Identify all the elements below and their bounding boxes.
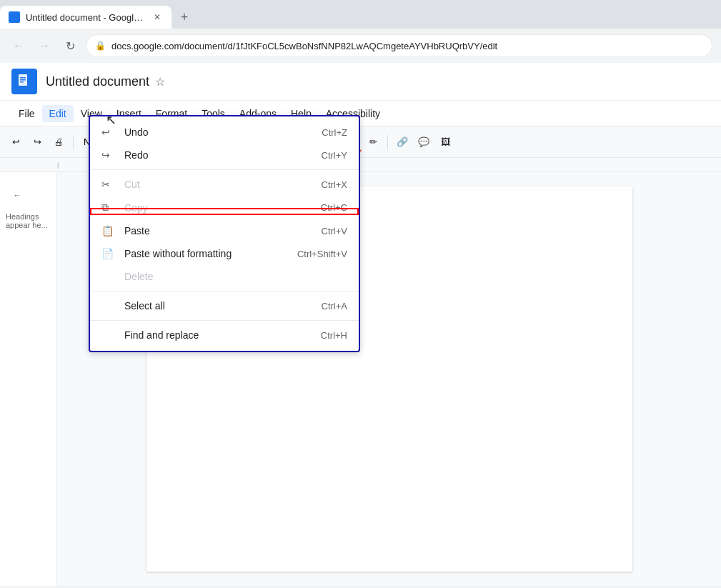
undo-menu-icon: ↩ [101, 126, 116, 138]
menu-edit[interactable]: Edit [42, 105, 74, 122]
menu-entry-paste[interactable]: 📋 Paste Ctrl+V [90, 219, 359, 242]
find-replace-label: Find and replace [124, 329, 304, 341]
url-text: docs.google.com/document/d/1fJtKFoCL5cwB… [111, 41, 703, 51]
back-button[interactable]: ← [9, 36, 29, 56]
cut-menu-icon: ✂ [101, 179, 116, 190]
menu-entry-undo[interactable]: ↩ Undo Ctrl+Z [90, 121, 359, 144]
comment-button[interactable]: 💬 [414, 132, 434, 152]
doc-title-area: Untitled document ☆ [46, 74, 710, 89]
paste-no-format-menu-icon: 📄 [101, 248, 116, 259]
image-button[interactable]: 🖼 [435, 132, 455, 152]
cut-label: Cut [124, 179, 304, 190]
svg-rect-3 [20, 81, 24, 83]
undo-shortcut: Ctrl+Z [322, 127, 347, 138]
browser-tab[interactable]: Untitled document - Google Doc ✕ [0, 6, 171, 29]
docs-app-icon [11, 69, 37, 94]
tab-title: Untitled document - Google Doc [26, 12, 146, 23]
toolbar-separator-1 [73, 135, 74, 149]
paste-menu-icon: 📋 [101, 225, 116, 236]
menu-entry-select-all[interactable]: Select all Ctrl+A [90, 294, 359, 317]
select-all-shortcut: Ctrl+A [322, 301, 347, 312]
toolbar-separator-5 [387, 135, 388, 149]
select-all-label: Select all [124, 300, 304, 312]
copy-shortcut: Ctrl+C [321, 202, 347, 213]
redo-shortcut: Ctrl+Y [322, 150, 347, 161]
copy-label: Copy [124, 202, 304, 214]
menu-divider-1 [90, 169, 359, 170]
undo-label: Undo [124, 126, 304, 138]
reload-button[interactable]: ↻ [60, 36, 80, 56]
tab-close-button[interactable]: ✕ [151, 11, 163, 23]
paste-label: Paste [124, 225, 304, 236]
sidebar-back-button[interactable]: ← [6, 184, 29, 206]
copy-menu-icon: ⧉ [101, 201, 116, 214]
svg-rect-2 [20, 79, 26, 81]
find-replace-shortcut: Ctrl+H [321, 330, 347, 341]
edit-dropdown-menu: ↩ Undo Ctrl+Z ↪ Redo Ctrl+Y ✂ Cut Ctrl+X… [89, 115, 360, 352]
doc-title-text[interactable]: Untitled document [46, 74, 149, 89]
paste-shortcut: Ctrl+V [322, 226, 347, 236]
redo-button[interactable]: ↪ [27, 132, 47, 152]
paste-no-format-shortcut: Ctrl+Shift+V [297, 249, 347, 259]
menu-entry-redo[interactable]: ↪ Redo Ctrl+Y [90, 144, 359, 166]
highlight-button[interactable]: ✏ [363, 132, 383, 152]
menu-entry-cut[interactable]: ✂ Cut Ctrl+X [90, 173, 359, 196]
menu-entry-copy[interactable]: ⧉ Copy Ctrl+C [90, 196, 359, 219]
menu-entry-delete[interactable]: Delete [90, 265, 359, 288]
redo-menu-icon: ↪ [101, 149, 116, 161]
app-header: Untitled document ☆ [0, 63, 721, 101]
redo-label: Redo [124, 149, 304, 161]
sidebar-headings-text: Headings appear he... [6, 212, 51, 229]
print-button[interactable]: 🖨 [49, 132, 69, 152]
menu-entry-find-replace[interactable]: Find and replace Ctrl+H [90, 324, 359, 347]
new-tab-button[interactable]: + [174, 7, 194, 27]
address-bar[interactable]: 🔒 docs.google.com/document/d/1fJtKFoCL5c… [86, 34, 712, 57]
menu-divider-2 [90, 291, 359, 291]
sidebar: ← Headings appear he... [0, 172, 57, 586]
forward-button[interactable]: → [34, 36, 54, 56]
menu-entry-paste-no-format[interactable]: 📄 Paste without formatting Ctrl+Shift+V [90, 242, 359, 265]
paste-no-format-label: Paste without formatting [124, 248, 280, 259]
star-icon[interactable]: ☆ [155, 75, 165, 89]
undo-button[interactable]: ↩ [6, 132, 26, 152]
delete-label: Delete [124, 271, 330, 282]
link-button[interactable]: 🔗 [392, 132, 412, 152]
tab-favicon [9, 11, 20, 23]
menu-file[interactable]: File [11, 105, 42, 122]
cut-shortcut: Ctrl+X [322, 179, 347, 190]
lock-icon: 🔒 [95, 41, 106, 51]
svg-rect-1 [20, 77, 26, 79]
menu-divider-3 [90, 320, 359, 321]
